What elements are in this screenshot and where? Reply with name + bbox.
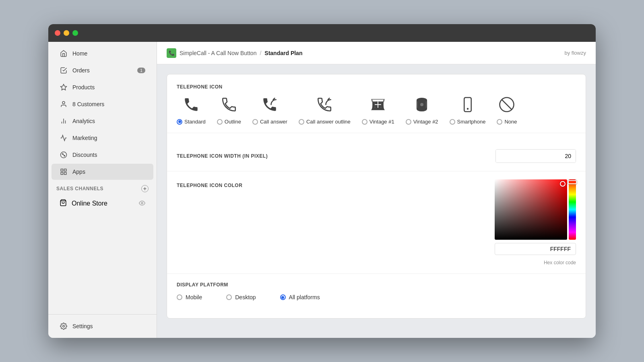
icon-options-grid: Standard Outline (177, 96, 576, 125)
sidebar-orders-label: Orders (72, 67, 90, 74)
maximize-button[interactable] (72, 30, 78, 36)
breadcrumb-separator: / (260, 50, 261, 56)
platform-section-title: DISPLAY PLATFORM (177, 282, 576, 288)
analytics-icon (60, 117, 68, 125)
icon-option-standard[interactable]: Standard (177, 96, 206, 125)
outline-phone-icon (221, 96, 237, 115)
svg-point-8 (64, 155, 65, 156)
none-radio[interactable] (497, 119, 502, 125)
eye-icon[interactable] (139, 200, 145, 208)
orders-icon (60, 66, 68, 74)
gradient-indicator[interactable] (560, 181, 566, 187)
color-field-label: TELEPHONE ICON COLOR (177, 179, 297, 188)
sidebar-item-marketing[interactable]: Marketing (52, 130, 153, 146)
desktop-radio[interactable] (226, 294, 232, 300)
icon-option-vintage1[interactable]: Vintage #1 (362, 96, 394, 125)
mobile-radio[interactable] (177, 294, 182, 300)
none-label: None (504, 119, 517, 125)
marketing-icon (60, 134, 68, 142)
sidebar-analytics-label: Analytics (72, 118, 95, 124)
svg-point-21 (420, 103, 423, 106)
online-store-label: Online Store (72, 200, 107, 207)
call-answer-label-row: Call answer (252, 119, 287, 125)
page-title: Standard Plan (264, 50, 302, 56)
traffic-lights (55, 30, 78, 36)
sidebar-apps-label: Apps (72, 169, 85, 175)
sales-channels-section: SALES CHANNELS + (48, 180, 157, 195)
platform-option-mobile[interactable]: Mobile (177, 294, 202, 300)
call-answer-outline-label-row: Call answer outline (299, 119, 351, 125)
sidebar-item-orders[interactable]: Orders 1 (52, 62, 153, 78)
call-answer-label: Call answer (260, 119, 287, 125)
sales-channels-label: SALES CHANNELS (56, 186, 103, 191)
home-icon (60, 49, 68, 58)
hex-label: Hex color code (544, 260, 576, 265)
icon-option-vintage2[interactable]: Vintage #2 (406, 96, 438, 125)
settings-label: Settings (72, 323, 93, 329)
mobile-label: Mobile (186, 294, 202, 300)
smartphone-phone-icon (459, 96, 476, 115)
svg-point-7 (62, 154, 63, 154)
icon-option-call-answer-outline[interactable]: Call answer outline (299, 96, 351, 125)
vintage2-label: Vintage #2 (413, 119, 438, 125)
none-phone-icon (498, 96, 515, 115)
standard-radio[interactable] (177, 119, 182, 125)
by-flowzy-label: by flowzy (565, 50, 586, 56)
sidebar-item-products[interactable]: Products (52, 79, 153, 95)
none-label-row: None (497, 119, 517, 125)
color-picker-area: Hex color code (495, 179, 576, 265)
customers-icon (60, 100, 68, 108)
smartphone-radio[interactable] (450, 119, 455, 125)
color-section: TELEPHONE ICON COLOR (177, 171, 576, 274)
add-sales-channel-button[interactable]: + (141, 185, 149, 192)
call-answer-radio[interactable] (252, 119, 258, 125)
icon-option-outline[interactable]: Outline (217, 96, 241, 125)
svg-point-15 (63, 325, 65, 327)
color-hue-strip[interactable] (569, 179, 576, 240)
products-icon (60, 83, 68, 91)
svg-rect-10 (64, 169, 66, 171)
icon-option-call-answer[interactable]: Call answer (252, 96, 287, 125)
vintage2-label-row: Vintage #2 (406, 119, 438, 125)
pixel-input[interactable] (496, 150, 576, 162)
call-answer-phone-icon (261, 96, 278, 115)
sidebar-item-online-store[interactable]: Online Store (52, 195, 153, 212)
sidebar-item-settings[interactable]: Settings (52, 318, 153, 334)
icon-option-smartphone[interactable]: Smartphone (450, 96, 486, 125)
close-button[interactable] (55, 30, 60, 36)
vintage1-label-row: Vintage #1 (362, 119, 394, 125)
color-picker-main (495, 179, 576, 240)
telephone-icon-title: TELEPHONE ICON (177, 84, 576, 90)
sidebar-item-discounts[interactable]: Discounts (52, 147, 153, 163)
hex-input[interactable] (500, 246, 571, 252)
all-platforms-radio[interactable] (280, 294, 286, 300)
call-answer-outline-radio[interactable] (299, 119, 304, 125)
standard-phone-icon (183, 96, 200, 115)
color-section-inner: TELEPHONE ICON COLOR (177, 179, 576, 265)
vintage1-phone-icon (369, 96, 386, 115)
vintage1-radio[interactable] (362, 119, 367, 125)
orders-badge: 1 (137, 68, 145, 73)
sidebar-item-customers[interactable]: 8 Customers (52, 96, 153, 112)
app-icon: 📞 (167, 48, 176, 58)
content-area: Home Orders 1 Products 8 Customers (48, 42, 596, 338)
color-gradient-box[interactable] (495, 179, 567, 240)
platform-option-all[interactable]: All platforms (280, 294, 320, 300)
icon-option-none[interactable]: None (497, 96, 517, 125)
platform-option-desktop[interactable]: Desktop (226, 294, 256, 300)
main-area: 📞 SimpleCall - A Call Now Button / Stand… (157, 42, 596, 338)
hex-input-row (495, 243, 576, 255)
vintage2-radio[interactable] (406, 119, 411, 125)
main-window: Home Orders 1 Products 8 Customers (48, 24, 596, 338)
sidebar-products-label: Products (72, 84, 95, 90)
sidebar-item-home[interactable]: Home (52, 45, 153, 62)
svg-point-1 (62, 101, 65, 104)
sidebar-item-apps[interactable]: Apps (52, 164, 153, 180)
sidebar-item-analytics[interactable]: Analytics (52, 113, 153, 129)
svg-rect-11 (64, 173, 66, 175)
outline-radio[interactable] (217, 119, 223, 125)
outline-label: Outline (225, 119, 241, 125)
breadcrumb-app-name[interactable]: SimpleCall - A Call Now Button (180, 50, 256, 56)
minimize-button[interactable] (64, 30, 69, 36)
svg-line-25 (502, 100, 512, 110)
